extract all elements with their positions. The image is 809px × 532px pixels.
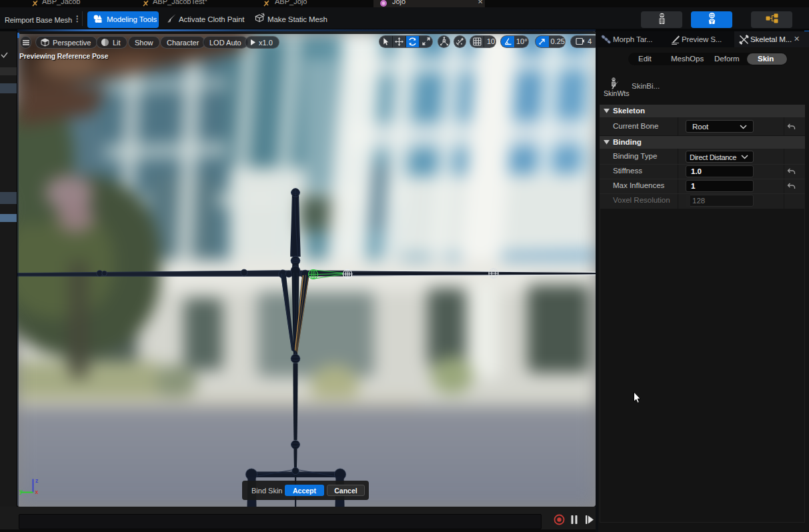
svg-text:y: y — [19, 488, 23, 495]
svg-text:z: z — [35, 477, 38, 484]
svg-text:x: x — [35, 489, 39, 495]
